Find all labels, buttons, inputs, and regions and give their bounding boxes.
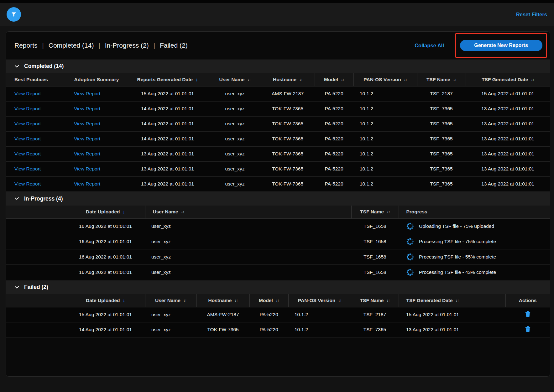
hostname-cell: TOK-FW-7365: [261, 131, 315, 146]
col-hostname[interactable]: Hostname↓↑: [196, 294, 249, 307]
sort-desc-icon[interactable]: ↓: [123, 209, 125, 214]
reset-filters-link[interactable]: Reset Filters: [516, 12, 547, 18]
sort-desc-icon[interactable]: ↓: [123, 298, 125, 303]
tsf-date-cell: 15 Aug 2022 at 01:01:01: [466, 86, 550, 101]
model-cell: PA-5220: [249, 307, 288, 322]
adoption-summary-view-report-link[interactable]: View Report: [74, 166, 100, 171]
sort-icon[interactable]: ↓↑: [456, 298, 459, 303]
col-hostname[interactable]: Hostname↓↑: [261, 73, 315, 86]
tsf-name-cell: TSF_2187: [351, 307, 399, 322]
adoption-summary-view-report-link[interactable]: View Report: [74, 121, 100, 126]
sort-icon[interactable]: ↓↑: [183, 298, 186, 303]
tsf-name-cell: TSF_7365: [417, 161, 466, 176]
tsf-name-cell: TSF_1658: [351, 219, 399, 234]
completed-row: View Report View Report 13 Aug 2022 at 0…: [6, 146, 550, 161]
best-practices-view-report-link[interactable]: View Report: [14, 136, 41, 141]
adoption-summary-view-report-link[interactable]: View Report: [74, 136, 100, 141]
col-empty: [6, 294, 66, 307]
completed-table: Best Practices Adoption Summary Reports …: [6, 73, 550, 192]
sort-icon[interactable]: ↓↑: [386, 298, 389, 303]
user-cell: user_xyz: [145, 307, 196, 322]
tab-completed[interactable]: Completed (14): [49, 42, 94, 49]
title-separator: |: [154, 42, 155, 49]
date-uploaded-cell: 16 Aug 2022 at 01:01:01: [66, 234, 145, 249]
chevron-down-icon: [15, 197, 19, 200]
adoption-summary-view-report-link[interactable]: View Report: [74, 91, 100, 96]
adoption-summary-view-report-link[interactable]: View Report: [74, 106, 100, 111]
best-practices-view-report-link[interactable]: View Report: [14, 106, 41, 111]
col-tsf-name[interactable]: TSF Name↓↑: [351, 206, 399, 219]
page-content: Reports | Completed (14) | In-Progress (…: [0, 26, 554, 377]
spinner-icon: [406, 253, 414, 261]
sort-icon[interactable]: ↓↑: [404, 77, 407, 82]
col-user-name[interactable]: User Name↓↑: [145, 294, 196, 307]
sort-icon[interactable]: ↓↑: [341, 77, 344, 82]
completed-row: View Report View Report 15 Aug 2022 at 0…: [6, 86, 550, 101]
model-cell: PA-5220: [315, 131, 353, 146]
adoption-summary-view-report-link[interactable]: View Report: [74, 181, 100, 186]
progress-cell: Uploading TSF file - 75% uploaded: [399, 219, 550, 234]
sort-icon[interactable]: ↓↑: [248, 77, 251, 82]
section-title-completed: Completed (14): [24, 63, 64, 70]
failed-table: Date Uploaded↓ User Name↓↑ Hostname↓↑ Mo…: [6, 294, 550, 337]
sort-icon[interactable]: ↓↑: [453, 77, 456, 82]
completed-row: View Report View Report 14 Aug 2022 at 0…: [6, 101, 550, 116]
hostname-cell: TOK-FW-7365: [261, 116, 315, 131]
section-header-completed[interactable]: Completed (14): [6, 59, 550, 73]
sort-icon[interactable]: ↓↑: [276, 298, 279, 303]
filter-toolbar: Reset Filters: [0, 3, 554, 26]
generate-new-reports-button[interactable]: Generate New Reports: [460, 40, 542, 51]
in-progress-table: Date Uploaded↓ User Name↓↑ TSF Name↓↑ Pr…: [6, 206, 550, 280]
sort-icon[interactable]: ↓↑: [338, 298, 341, 303]
user-cell: user_xyz: [209, 131, 261, 146]
delete-report-button[interactable]: [524, 326, 532, 334]
tab-failed[interactable]: Failed (2): [160, 42, 188, 49]
date-uploaded-cell: 16 Aug 2022 at 01:01:01: [66, 219, 145, 234]
col-tsf-generated-date[interactable]: TSF Generated Date↓↑: [399, 294, 505, 307]
collapse-all-link[interactable]: Collapse All: [415, 43, 444, 49]
col-tsf-name[interactable]: TSF Name↓↑: [417, 73, 466, 86]
best-practices-view-report-link[interactable]: View Report: [14, 121, 41, 126]
section-header-in-progress[interactable]: In-Progress (4): [6, 192, 550, 206]
title-separator: |: [42, 42, 44, 49]
funnel-icon: [11, 11, 17, 18]
completed-row: View Report View Report 13 Aug 2022 at 0…: [6, 161, 550, 176]
best-practices-view-report-link[interactable]: View Report: [14, 166, 41, 171]
sort-icon[interactable]: ↓↑: [181, 210, 184, 214]
adoption-summary-view-report-link[interactable]: View Report: [74, 151, 100, 156]
best-practices-view-report-link[interactable]: View Report: [14, 151, 41, 156]
sort-icon[interactable]: ↓↑: [299, 77, 302, 82]
delete-report-button[interactable]: [524, 311, 532, 319]
col-tsf-name[interactable]: TSF Name↓↑: [351, 294, 399, 307]
col-tsf-generated-date[interactable]: TSF Generated Date↓↑: [466, 73, 550, 86]
sort-desc-icon[interactable]: ↓: [196, 77, 198, 82]
col-reports-generated-date[interactable]: Reports Generated Date↓: [126, 73, 209, 86]
tab-in-progress[interactable]: In-Progress (2): [105, 42, 149, 49]
completed-row: View Report View Report 13 Aug 2022 at 0…: [6, 176, 550, 191]
col-panos-version[interactable]: PAN-OS Version↓↑: [288, 294, 351, 307]
best-practices-view-report-link[interactable]: View Report: [14, 91, 41, 96]
date-uploaded-cell: 16 Aug 2022 at 01:01:01: [66, 265, 145, 280]
in-progress-row: 16 Aug 2022 at 01:01:01 user_xyz TSF_165…: [6, 219, 550, 234]
in-progress-row: 16 Aug 2022 at 01:01:01 user_xyz TSF_165…: [6, 249, 550, 265]
hostname-cell: TOK-FW-7365: [261, 101, 315, 116]
top-strip: [0, 0, 554, 3]
user-cell: user_xyz: [209, 86, 261, 101]
col-date-uploaded[interactable]: Date Uploaded↓: [66, 206, 145, 219]
chevron-down-icon: [15, 65, 19, 68]
col-user-name[interactable]: User Name↓↑: [209, 73, 261, 86]
model-cell: PA-5220: [315, 116, 353, 131]
col-model[interactable]: Model↓↑: [315, 73, 353, 86]
col-panos-version[interactable]: PAN-OS Version↓↑: [353, 73, 417, 86]
sort-icon[interactable]: ↓↑: [531, 77, 534, 82]
sort-icon[interactable]: ↓↑: [234, 298, 238, 303]
col-model[interactable]: Model↓↑: [249, 294, 288, 307]
filter-button[interactable]: [7, 7, 21, 22]
best-practices-view-report-link[interactable]: View Report: [14, 181, 41, 186]
tsf-name-cell: TSF_1658: [351, 249, 399, 265]
sort-icon[interactable]: ↓↑: [387, 210, 390, 214]
col-date-uploaded[interactable]: Date Uploaded↓: [66, 294, 145, 307]
section-header-failed[interactable]: Failed (2): [6, 280, 550, 294]
col-user-name[interactable]: User Name↓↑: [145, 206, 351, 219]
user-cell: user_xyz: [145, 234, 351, 249]
